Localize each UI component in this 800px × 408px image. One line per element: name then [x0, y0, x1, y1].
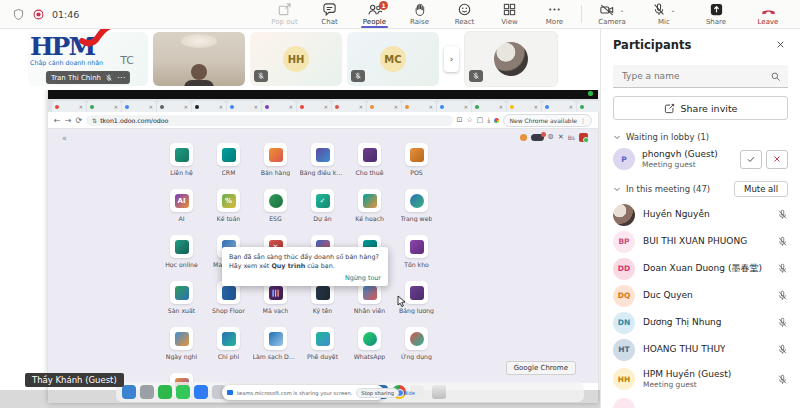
bookmark-star-icon[interactable]: ☆ — [466, 116, 472, 124]
odoo-app-Nhân viên[interactable]: Nhân viên — [346, 281, 393, 327]
toolbar-button-popout[interactable]: Pop out — [262, 0, 307, 28]
tab-close-icon[interactable]: ✕ — [254, 104, 258, 110]
tab-close-icon[interactable]: ✕ — [79, 104, 83, 110]
share-invite-button[interactable]: Share invite — [613, 96, 788, 120]
tab-close-icon[interactable]: ✕ — [184, 104, 188, 110]
browser-tab[interactable]: ✕ — [542, 101, 576, 112]
toolbar-button-view[interactable]: View — [487, 0, 532, 28]
toolbar-button-leave[interactable]: Leave — [742, 0, 794, 28]
participant-row[interactable]: DDDoan Xuan Duong (墨春堂) — [613, 255, 788, 282]
odoo-app-Bán hàng[interactable]: Bán hàng — [252, 143, 299, 189]
site-settings-icon[interactable]: ⇅ — [92, 117, 97, 124]
video-tile-hh[interactable]: HH — [250, 32, 342, 86]
tab-close-icon[interactable]: ✕ — [359, 104, 363, 110]
notification-bell-icon[interactable] — [520, 134, 527, 141]
odoo-app-Chi phí[interactable]: Chi phí — [205, 327, 252, 373]
odoo-app-Làm sạch Dữ liệu[interactable]: Làm sạch Dữ liệu — [252, 327, 299, 373]
mic-off-icon[interactable] — [777, 344, 788, 355]
odoo-app-Shop Floor[interactable]: Shop Floor — [205, 281, 252, 327]
participant-row[interactable]: DNDương Thị Nhung — [613, 309, 788, 336]
stop-sharing-button[interactable]: Stop sharing — [356, 388, 399, 398]
hide-banner-button[interactable]: Hide — [403, 390, 415, 396]
participant-row[interactable] — [613, 395, 788, 408]
odoo-app-Cho thuê[interactable]: Cho thuê — [346, 143, 393, 189]
browser-tab[interactable]: ✕ — [367, 101, 401, 112]
mic-off-icon[interactable] — [777, 236, 788, 247]
toolbar-button-mic[interactable]: ⌄Mic — [638, 0, 690, 28]
dock-app-icon[interactable] — [140, 385, 154, 399]
video-tile-photo-avatar[interactable] — [464, 31, 558, 87]
activities-pill-icon[interactable] — [531, 134, 544, 141]
tab-close-icon[interactable]: ✕ — [149, 104, 153, 110]
toolbar-button-camera[interactable]: ⌄Camera — [586, 0, 638, 28]
odoo-app-ESG[interactable]: ESG — [252, 189, 299, 235]
cast-icon[interactable]: ⊡ — [457, 116, 463, 124]
odoo-app-Sản xuất[interactable]: Sản xuất — [158, 281, 205, 327]
toolbar-button-people[interactable]: People1 — [352, 0, 397, 28]
toolbar-button-react[interactable]: React — [442, 0, 487, 28]
dock-app-icon[interactable] — [194, 385, 208, 399]
odoo-app-Ký tên[interactable]: Ký tên — [299, 281, 346, 327]
browser-tab[interactable]: ✕ — [507, 101, 541, 112]
video-tile-mc[interactable]: MC — [347, 32, 439, 86]
odoo-app-Ngày nghỉ[interactable]: Ngày nghỉ — [158, 327, 205, 373]
search-input[interactable] — [620, 70, 764, 82]
browser-tab[interactable]: ✕ — [122, 101, 156, 112]
extension-icon[interactable] — [494, 118, 499, 123]
address-bar[interactable]: ⇅ tkon1.odoo.com/odoo — [86, 115, 452, 126]
lobby-section-header[interactable]: Waiting in lobby (1) — [613, 132, 788, 142]
browser-tab[interactable]: ✕ — [437, 101, 471, 112]
odoo-app-Phê duyệt[interactable]: Phê duyệt — [299, 327, 346, 373]
odoo-app-Trang web[interactable]: Trang web — [393, 189, 440, 235]
participant-row[interactable]: DQDuc Quyen — [613, 282, 788, 309]
tab-close-icon[interactable]: ✕ — [394, 104, 398, 110]
dock-app-icon[interactable] — [158, 385, 172, 399]
odoo-app-Bảng điều khiển[interactable]: Bảng điều khiển — [299, 143, 346, 189]
lobby-row[interactable]: Pphongvh (Guest)Meeting guest — [613, 148, 788, 170]
browser-tab[interactable]: ✕ — [157, 101, 191, 112]
browser-tab[interactable]: ✕ — [297, 101, 331, 112]
stop-tour-link[interactable]: Ngừng tour — [229, 274, 381, 282]
odoo-app-WhatsApp[interactable]: WhatsApp — [346, 327, 393, 373]
browser-tab[interactable]: ✕ — [472, 101, 506, 112]
mic-off-icon[interactable] — [777, 290, 788, 301]
tab-close-icon[interactable]: ✕ — [324, 104, 328, 110]
deny-button[interactable] — [766, 150, 788, 169]
odoo-app-Tồn kho[interactable]: Tồn kho — [393, 235, 440, 281]
mic-off-icon[interactable] — [777, 374, 788, 385]
dock-app-icon[interactable] — [122, 385, 136, 399]
download-icon[interactable]: ⤓ — [487, 116, 490, 124]
odoo-app-POS[interactable]: POS — [393, 143, 440, 189]
side-panel-icon[interactable]: ▢ — [477, 116, 484, 124]
user-avatar[interactable] — [579, 133, 588, 142]
participant-row[interactable]: Huyền Nguyễn — [613, 201, 788, 228]
tab-close-icon[interactable]: ✕ — [219, 104, 223, 110]
odoo-app-Liên hệ[interactable]: Liên hệ — [158, 143, 205, 189]
browser-tab[interactable]: ✕ — [402, 101, 436, 112]
dock-app-icon[interactable] — [176, 385, 190, 399]
mic-off-icon[interactable] — [777, 263, 788, 274]
toolbar-button-chat[interactable]: Chat — [307, 0, 352, 28]
tab-close-icon[interactable]: ✕ — [114, 104, 118, 110]
gear-icon[interactable]: ⚙ — [548, 134, 554, 141]
browser-tab[interactable]: ✕ — [52, 101, 86, 112]
filmstrip-next-button[interactable]: › — [444, 46, 459, 72]
odoo-app-Học online[interactable]: Học online — [158, 235, 205, 281]
chevron-down-icon[interactable]: ⌄ — [670, 6, 675, 13]
mic-off-icon[interactable] — [777, 209, 788, 220]
browser-tab[interactable]: ✕ — [332, 101, 366, 112]
toolbar-button-raise[interactable]: Raise — [397, 0, 442, 28]
close-panel-icon[interactable] — [773, 37, 788, 52]
chrome-update-pill[interactable]: New Chrome available ⋮ — [503, 114, 592, 127]
tab-close-icon[interactable]: ✕ — [289, 104, 293, 110]
tab-close-icon[interactable]: ✕ — [499, 104, 503, 110]
collapse-chevrons[interactable]: « — [62, 134, 67, 143]
odoo-app-Kế hoạch[interactable]: Kế hoạch — [346, 189, 393, 235]
mic-off-icon[interactable] — [777, 317, 788, 328]
toolbar-button-more[interactable]: More — [532, 0, 577, 28]
browser-tab[interactable]: ✕ — [262, 101, 296, 112]
tab-close-icon[interactable]: ✕ — [534, 104, 538, 110]
back-icon[interactable]: ← — [54, 116, 61, 125]
browser-tab[interactable]: ✕ — [87, 101, 121, 112]
odoo-app-AI[interactable]: AIAI — [158, 189, 205, 235]
